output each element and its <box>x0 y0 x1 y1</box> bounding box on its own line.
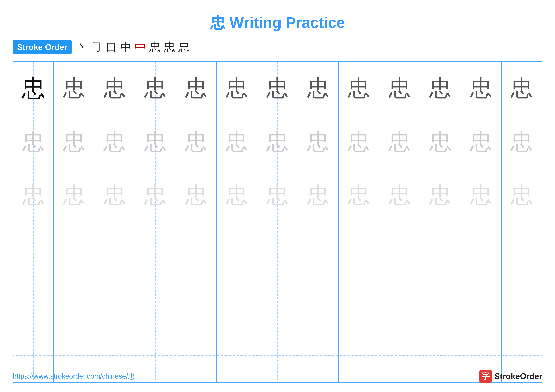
grid-cell[interactable] <box>298 222 339 275</box>
grid-cell[interactable]: 忠 <box>379 115 420 168</box>
grid-cell[interactable] <box>257 222 298 275</box>
stroke-order-badge: Stroke Order <box>13 40 72 54</box>
grid-cell[interactable]: 忠 <box>420 115 460 168</box>
grid-cell[interactable]: 忠 <box>13 115 54 168</box>
grid-cell[interactable] <box>54 222 94 275</box>
footer-logo: 字 StrokeOrder <box>479 370 542 383</box>
grid-cell[interactable]: 忠 <box>339 115 379 168</box>
grid-cell[interactable]: 忠 <box>216 61 257 115</box>
grid-cell[interactable] <box>420 222 460 275</box>
grid-cell[interactable]: 忠 <box>54 61 94 115</box>
grid-cell[interactable]: 忠 <box>298 168 339 222</box>
grid-cell[interactable] <box>501 222 542 275</box>
grid-cell[interactable] <box>13 275 54 329</box>
grid-cell[interactable]: 忠 <box>176 115 216 168</box>
practice-char: 忠 <box>429 184 451 206</box>
practice-grid: 忠忠忠忠忠忠忠忠忠忠忠忠忠忠忠忠忠忠忠忠忠忠忠忠忠忠忠忠忠忠忠忠忠忠忠忠忠忠忠 <box>13 61 542 383</box>
grid-cell[interactable] <box>176 222 216 275</box>
grid-cell[interactable] <box>379 222 420 275</box>
grid-cell[interactable] <box>420 275 460 329</box>
grid-cell[interactable] <box>176 275 216 329</box>
grid-cell[interactable]: 忠 <box>94 168 135 222</box>
grid-cell[interactable]: 忠 <box>461 61 501 115</box>
grid-cell[interactable]: 忠 <box>257 61 298 115</box>
practice-char: 忠 <box>470 184 492 206</box>
grid-cell[interactable] <box>461 222 501 275</box>
grid-cell[interactable] <box>379 275 420 329</box>
grid-cell[interactable]: 忠 <box>176 168 216 222</box>
grid-cell[interactable] <box>135 222 176 275</box>
practice-char: 忠 <box>104 130 126 153</box>
grid-cell[interactable] <box>339 222 379 275</box>
practice-char: 忠 <box>104 77 126 99</box>
stroke-7: 忠 <box>164 40 175 55</box>
grid-cell[interactable] <box>135 275 176 329</box>
grid-cell[interactable] <box>298 275 339 329</box>
practice-char: 忠 <box>22 184 44 206</box>
grid-cell[interactable]: 忠 <box>339 61 379 115</box>
grid-cell[interactable] <box>94 275 135 329</box>
practice-char: 忠 <box>307 77 329 99</box>
grid-cell[interactable]: 忠 <box>94 61 135 115</box>
practice-char: 忠 <box>185 130 207 153</box>
grid-cell[interactable]: 忠 <box>135 168 176 222</box>
footer: https://www.strokeorder.com/chinese/忠 字 … <box>13 370 542 383</box>
stroke-4: 中 <box>120 40 132 55</box>
grid-cell[interactable]: 忠 <box>216 168 257 222</box>
grid-cell[interactable]: 忠 <box>501 168 542 222</box>
grid-cell[interactable] <box>94 222 135 275</box>
practice-char: 忠 <box>470 77 492 99</box>
practice-char: 忠 <box>144 130 167 153</box>
grid-cell[interactable] <box>216 275 257 329</box>
stroke-order-row: Stroke Order 丶 ㇆ 口 中 中 忠 忠 忠 <box>13 40 542 55</box>
grid-cell[interactable]: 忠 <box>461 115 501 168</box>
practice-char: 忠 <box>348 184 370 206</box>
grid-cell[interactable]: 忠 <box>501 115 542 168</box>
grid-cell[interactable]: 忠 <box>54 115 94 168</box>
grid-cell[interactable]: 忠 <box>420 61 460 115</box>
grid-cell[interactable]: 忠 <box>13 61 54 115</box>
grid-cell[interactable]: 忠 <box>257 168 298 222</box>
practice-char: 忠 <box>22 76 45 100</box>
grid-cell[interactable]: 忠 <box>298 61 339 115</box>
practice-char: 忠 <box>470 130 492 153</box>
stroke-8: 忠 <box>178 40 190 55</box>
grid-cell[interactable]: 忠 <box>257 115 298 168</box>
grid-cell[interactable] <box>461 275 501 329</box>
practice-char: 忠 <box>226 77 248 99</box>
grid-cell[interactable]: 忠 <box>176 61 216 115</box>
grid-cell[interactable] <box>216 222 257 275</box>
grid-cell[interactable]: 忠 <box>135 61 176 115</box>
grid-cell[interactable] <box>13 222 54 275</box>
practice-char: 忠 <box>266 77 289 99</box>
stroke-6: 忠 <box>149 40 161 55</box>
grid-cell[interactable]: 忠 <box>501 61 542 115</box>
grid-cell[interactable]: 忠 <box>420 168 460 222</box>
practice-char: 忠 <box>511 184 533 206</box>
grid-cell[interactable] <box>257 275 298 329</box>
footer-url: https://www.strokeorder.com/chinese/忠 <box>13 372 135 381</box>
grid-cell[interactable]: 忠 <box>379 61 420 115</box>
grid-cell[interactable]: 忠 <box>94 115 135 168</box>
practice-char: 忠 <box>63 77 85 99</box>
grid-cell[interactable]: 忠 <box>135 115 176 168</box>
grid-cell[interactable]: 忠 <box>54 168 94 222</box>
stroke-2: ㇆ <box>91 40 102 55</box>
grid-cell[interactable]: 忠 <box>379 168 420 222</box>
grid-cell[interactable]: 忠 <box>13 168 54 222</box>
practice-char: 忠 <box>429 77 451 99</box>
practice-char: 忠 <box>63 184 85 206</box>
practice-char: 忠 <box>388 130 411 153</box>
grid-cell[interactable]: 忠 <box>298 115 339 168</box>
practice-char: 忠 <box>226 184 248 206</box>
stroke-sequence: 丶 ㇆ 口 中 中 忠 忠 忠 <box>77 40 190 55</box>
page-container: 忠 Writing Practice Stroke Order 丶 ㇆ 口 中 … <box>0 0 555 392</box>
grid-cell[interactable] <box>501 275 542 329</box>
grid-cell[interactable]: 忠 <box>339 168 379 222</box>
grid-cell[interactable]: 忠 <box>216 115 257 168</box>
grid-cell[interactable] <box>339 275 379 329</box>
grid-cell[interactable]: 忠 <box>461 168 501 222</box>
practice-char: 忠 <box>348 130 370 153</box>
page-title: 忠 Writing Practice <box>210 13 345 33</box>
grid-cell[interactable] <box>54 275 94 329</box>
